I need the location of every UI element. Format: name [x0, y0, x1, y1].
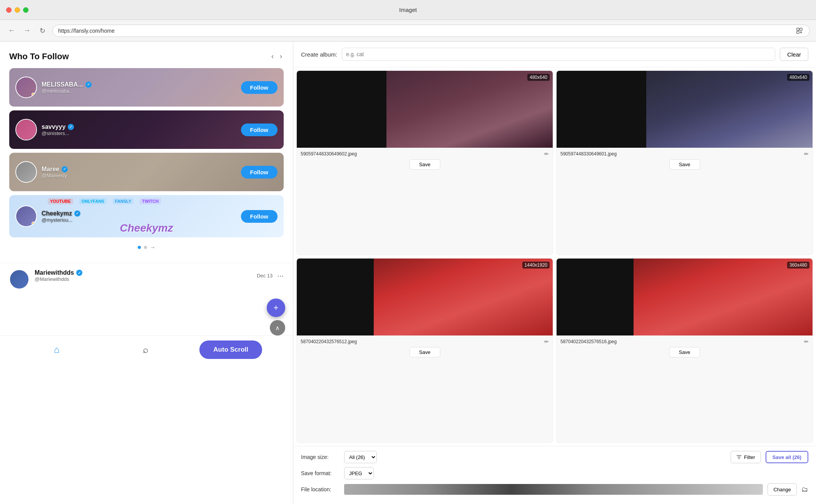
avatar-maree	[15, 161, 37, 183]
image-visual	[297, 71, 553, 148]
dark-strip	[557, 259, 634, 335]
follow-button-cheeky[interactable]: Follow	[241, 210, 278, 223]
post-preview: Mariewithdds ✓ @Mariewithdds Dec 13 ···	[0, 263, 293, 295]
close-button[interactable]	[6, 7, 12, 13]
online-dot	[32, 93, 35, 97]
avatar-image	[16, 162, 36, 182]
image-thumb-4: 360x480	[557, 259, 813, 335]
image-visual	[557, 71, 813, 148]
who-to-follow-section: Who To Follow ‹ › MELISSABA...	[0, 42, 293, 263]
filter-button[interactable]: Filter	[731, 451, 761, 463]
image-size-row: Image size: All (26) Small Medium Large …	[301, 451, 808, 463]
save-button-1[interactable]: Save	[410, 159, 440, 170]
edit-icon[interactable]: ✏	[544, 151, 549, 157]
creator-name: MELISSABA... ✓	[42, 81, 236, 88]
home-icon[interactable]: ⌂	[54, 344, 60, 355]
minimize-button[interactable]	[15, 7, 20, 13]
carousel-dots: →	[9, 241, 284, 257]
scroll-up-button[interactable]: ∧	[270, 320, 285, 335]
platform-youtube: YOUTUBE	[48, 198, 73, 204]
creator-handle: @Mareesly	[42, 173, 236, 179]
auto-scroll-button[interactable]: Auto Scroll	[199, 340, 262, 359]
image-card-3: 1440x1920 587040220432576512.jpeg ✏ Save	[296, 258, 553, 443]
dimension-badge: 360x480	[787, 262, 809, 269]
dot-2[interactable]	[144, 246, 147, 249]
creator-info: Cheekymz ✓ @mysteriou...	[42, 210, 236, 223]
filename-row: 590597448330649602.jpeg ✏	[301, 151, 549, 157]
save-format-select[interactable]: JPEG PNG WEBP	[344, 467, 374, 479]
dot-1[interactable]	[138, 246, 141, 249]
change-button[interactable]: Change	[768, 483, 797, 496]
image-meta: 590597448330649602.jpeg ✏ Save	[297, 148, 553, 175]
edit-icon[interactable]: ✏	[804, 339, 809, 345]
image-thumb-3: 1440x1920	[297, 259, 553, 335]
image-content	[634, 259, 813, 335]
platform-fansly: FANSLY	[113, 198, 134, 204]
dimension-badge: 480x640	[787, 74, 809, 81]
main-layout: Who To Follow ‹ › MELISSABA...	[0, 42, 816, 504]
verified-badge: ✓	[74, 210, 80, 217]
follow-button-melissa[interactable]: Follow	[241, 81, 278, 94]
carousel-arrow[interactable]: →	[150, 244, 156, 250]
svg-rect-0	[797, 28, 799, 30]
filename-row: 587040220432576516.jpeg ✏	[560, 339, 809, 345]
imaget-sidebar: Create album: Clear 480x640 590597448330…	[293, 42, 816, 504]
filename-row: 587040220432576512.jpeg ✏	[301, 339, 549, 345]
follow-button-savvy[interactable]: Follow	[241, 123, 278, 136]
save-button-4[interactable]: Save	[669, 347, 700, 357]
image-grid: 480x640 590597448330649602.jpeg ✏ Save	[293, 67, 816, 446]
scroll-up-area: ∧	[0, 320, 293, 335]
more-button[interactable]: ···	[277, 271, 284, 280]
card-content: savvyyy ✓ @sinisters... Follow	[9, 119, 284, 140]
creator-handle: @melissaba...	[42, 88, 236, 94]
filter-icon	[736, 454, 742, 460]
folder-icon[interactable]: 🗂	[801, 486, 808, 494]
dimension-badge: 480x640	[527, 74, 550, 81]
clear-button[interactable]: Clear	[780, 48, 808, 61]
album-label: Create album:	[301, 51, 337, 58]
edit-icon[interactable]: ✏	[544, 339, 549, 345]
platform-onlyfans: ONLYFANS	[79, 198, 107, 204]
forward-button[interactable]: →	[22, 25, 32, 36]
traffic-lights	[6, 7, 28, 13]
sidebar-controls: Image size: All (26) Small Medium Large …	[293, 446, 816, 504]
address-bar[interactable]: https://fansly.com/home	[52, 25, 810, 37]
creator-name: Maree ✓	[42, 166, 236, 173]
image-content	[646, 71, 813, 148]
fab-button[interactable]: +	[267, 299, 285, 317]
dark-strip	[557, 71, 646, 148]
image-meta: 590597448330649601.jpeg ✏ Save	[557, 148, 813, 175]
card-content: Cheekymz ✓ @mysteriou... Follow	[9, 205, 284, 227]
search-icon[interactable]: ⌕	[143, 344, 148, 355]
creator-name: savvyyy ✓	[42, 123, 236, 130]
image-card-4: 360x480 587040220432576516.jpeg ✏ Save	[556, 258, 813, 443]
creator-name: Cheekymz ✓	[42, 210, 236, 217]
save-button-2[interactable]: Save	[669, 159, 700, 170]
avatar-melissa	[15, 77, 37, 98]
avatar-image	[16, 120, 36, 140]
creator-handle: @mysteriou...	[42, 217, 236, 223]
save-all-button[interactable]: Save all (26)	[766, 451, 808, 463]
edit-icon[interactable]: ✏	[804, 151, 809, 157]
save-button-3[interactable]: Save	[410, 347, 440, 357]
album-input[interactable]	[342, 48, 775, 61]
maximize-button[interactable]	[23, 7, 28, 13]
carousel-nav: ‹ ›	[270, 51, 284, 62]
image-filename: 590597448330649601.jpeg	[560, 151, 802, 157]
image-thumb-2: 480x640	[557, 71, 813, 148]
refresh-button[interactable]: ↻	[37, 25, 48, 36]
bottom-nav: ⌂ ⌕ ✉ Auto Scroll	[0, 335, 293, 363]
online-dot	[32, 222, 35, 225]
file-location-label: File location:	[301, 486, 339, 492]
follow-button-maree[interactable]: Follow	[241, 166, 278, 179]
prev-arrow[interactable]: ‹	[270, 51, 275, 62]
back-button[interactable]: ←	[6, 25, 17, 36]
image-content	[374, 259, 553, 335]
creator-card-maree: Maree ✓ @Mareesly Follow	[9, 153, 284, 191]
file-location-row: File location: Change 🗂	[301, 483, 808, 496]
next-arrow[interactable]: ›	[278, 51, 284, 62]
image-size-select[interactable]: All (26) Small Medium Large	[344, 451, 377, 463]
card-content: MELISSABA... ✓ @melissaba... Follow	[9, 77, 284, 98]
platform-twitch: TWITCH	[140, 198, 161, 204]
image-visual	[297, 259, 553, 335]
